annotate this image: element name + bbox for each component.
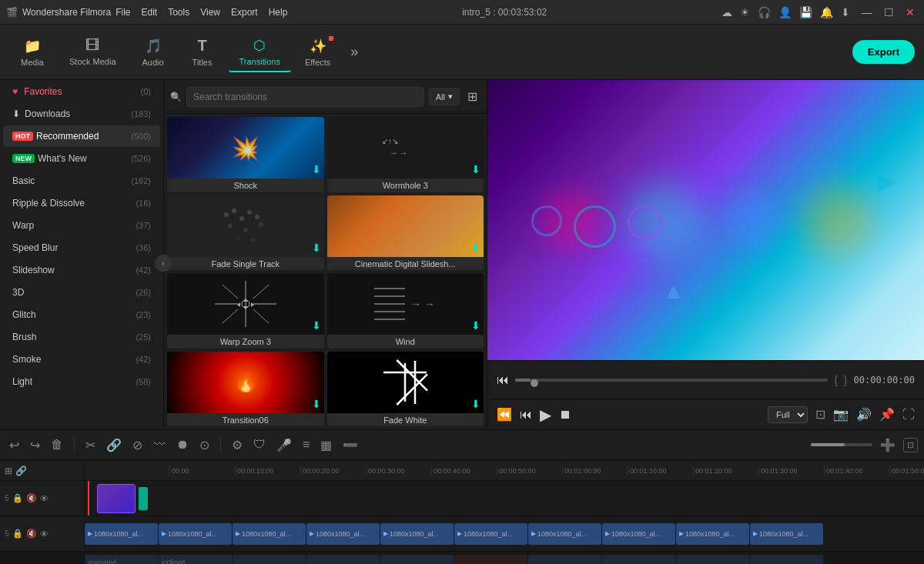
undo-button[interactable]: ↩ bbox=[6, 435, 22, 456]
sidebar-item-recommended[interactable]: HOT Recommended (500) bbox=[3, 125, 160, 147]
crop-preview-icon[interactable]: ⊡ bbox=[815, 407, 825, 422]
layout-icon[interactable]: ▦ bbox=[317, 435, 335, 456]
sidebar-item-smoke[interactable]: Smoke (42) bbox=[3, 349, 160, 370]
sidebar-item-3d[interactable]: 3D (26) bbox=[3, 282, 160, 303]
menu-export[interactable]: Export bbox=[231, 7, 258, 18]
sidebar-item-downloads[interactable]: ⬇ Downloads (183) bbox=[3, 103, 160, 125]
tab-media[interactable]: 📁 Media bbox=[9, 33, 55, 72]
split-button[interactable]: ⊘ bbox=[129, 435, 146, 456]
sun-icon[interactable]: ☀ bbox=[740, 6, 750, 18]
download-fade-icon[interactable]: ⬇ bbox=[312, 242, 321, 254]
sidebar-item-ripple[interactable]: Ripple & Dissolve (16) bbox=[3, 192, 160, 214]
sidebar-item-basic[interactable]: Basic (182) bbox=[3, 170, 160, 192]
transition-wind[interactable]: → → ⬇ Wind bbox=[327, 273, 484, 349]
clip-10[interactable]: 1080x1080_al... bbox=[750, 523, 823, 545]
upper-lock-icon[interactable]: 🔒 bbox=[12, 493, 23, 503]
zoom-slider[interactable] bbox=[811, 443, 872, 446]
sidebar-item-whats-new[interactable]: NEW What's New (526) bbox=[3, 148, 160, 169]
add-track-icon[interactable]: ⊞ bbox=[5, 466, 12, 476]
download-wind-icon[interactable]: ⬇ bbox=[471, 319, 480, 332]
menu-tools[interactable]: Tools bbox=[168, 7, 189, 18]
magnet-button[interactable]: 🔗 bbox=[103, 435, 125, 456]
person-icon[interactable]: 👤 bbox=[778, 6, 792, 18]
settings-icon[interactable]: ⚙ bbox=[229, 435, 246, 456]
step-back-button[interactable]: ⏮ bbox=[520, 408, 532, 422]
download-icon[interactable]: ⬇ bbox=[841, 6, 850, 18]
grid-view-button[interactable]: ⊞ bbox=[464, 86, 480, 107]
volume-icon[interactable]: 🔊 bbox=[856, 407, 872, 422]
clip-2[interactable]: 1080x1080_al... bbox=[159, 523, 232, 545]
sidebar-item-glitch[interactable]: Glitch (23) bbox=[3, 304, 160, 325]
transition-cinematic[interactable]: ⬇ Cinematic Digital Slidesh... bbox=[327, 195, 484, 271]
transition-06[interactable]: 🔥 ⬇ Transition06 bbox=[167, 352, 324, 427]
screenshot-icon[interactable]: 📷 bbox=[833, 407, 849, 422]
protect-icon[interactable]: 🛡 bbox=[250, 435, 269, 455]
adjust-icon[interactable]: ≡ bbox=[300, 435, 313, 455]
main-lock-icon[interactable]: 🔒 bbox=[12, 529, 23, 539]
panel-collapse-button[interactable]: ‹ bbox=[155, 255, 172, 272]
zoom-in-icon[interactable]: ➕ bbox=[877, 435, 899, 456]
cut-button[interactable]: ✂ bbox=[82, 435, 99, 456]
clip-7[interactable]: 1080x1080_al... bbox=[528, 523, 601, 545]
clip-1[interactable]: 1080x1080_al... bbox=[85, 523, 158, 545]
sidebar-item-speed-blur[interactable]: Speed Blur (36) bbox=[3, 237, 160, 259]
clip-3[interactable]: 1080x1080_al... bbox=[233, 523, 306, 545]
waveform-button[interactable]: 〰 bbox=[150, 435, 169, 455]
tab-effects[interactable]: ✨ Effects bbox=[294, 33, 341, 72]
download-shock-icon[interactable]: ⬇ bbox=[312, 163, 321, 175]
record-button[interactable]: ⏺ bbox=[173, 435, 192, 455]
tab-stock-media[interactable]: 🎞 Stock Media bbox=[59, 33, 127, 71]
zoom-out-icon[interactable]: ➖ bbox=[340, 435, 361, 456]
clip-9[interactable]: 1080x1080_al... bbox=[676, 523, 749, 545]
link-tracks-icon[interactable]: 🔗 bbox=[15, 466, 27, 476]
close-button[interactable]: ✕ bbox=[902, 6, 918, 18]
clip-6[interactable]: 1080x1080_al... bbox=[454, 523, 527, 545]
sidebar-item-brush[interactable]: Brush (25) bbox=[3, 326, 160, 348]
transition-warp-zoom3[interactable]: ⬇ Warp Zoom 3 bbox=[167, 273, 324, 349]
menu-edit[interactable]: Edit bbox=[142, 7, 158, 18]
clip-4[interactable]: 1080x1080_al... bbox=[306, 523, 380, 545]
filter-dropdown[interactable]: All ▾ bbox=[429, 88, 460, 105]
rewind-button[interactable]: ⏪ bbox=[497, 407, 512, 422]
search-input[interactable] bbox=[186, 87, 424, 107]
tab-audio[interactable]: 🎵 Audio bbox=[130, 33, 176, 72]
play-button[interactable]: ▶ bbox=[540, 405, 551, 424]
mic-icon[interactable]: 🎤 bbox=[273, 435, 295, 456]
upper-visibility-icon[interactable]: 👁 bbox=[40, 494, 49, 503]
transition-fade-white[interactable]: ⬇ Fade White bbox=[327, 352, 484, 427]
cloud-icon[interactable]: ☁ bbox=[721, 6, 732, 18]
notification-icon[interactable]: 🔔 bbox=[820, 6, 833, 18]
transition-shock[interactable]: 💥 ⬇ Shock bbox=[167, 117, 324, 192]
main-visibility-icon[interactable]: 👁 bbox=[40, 529, 49, 539]
history-button[interactable]: ⊙ bbox=[196, 435, 213, 456]
download-fade-white-icon[interactable]: ⬇ bbox=[471, 398, 480, 410]
delete-button[interactable]: 🗑 bbox=[48, 435, 66, 455]
fit-icon[interactable]: ⊡ bbox=[903, 438, 918, 452]
tab-titles[interactable]: T Titles bbox=[179, 32, 226, 72]
transition-marker-1[interactable] bbox=[139, 487, 148, 510]
download-wormhole-icon[interactable]: ⬇ bbox=[471, 163, 480, 175]
menu-file[interactable]: File bbox=[116, 7, 130, 18]
more-tools-button[interactable]: » bbox=[350, 44, 358, 60]
download-cinematic-icon[interactable]: ⬇ bbox=[471, 242, 480, 254]
fullscreen-icon[interactable]: ⛶ bbox=[902, 408, 915, 422]
add-to-timeline-icon[interactable]: 📌 bbox=[879, 407, 895, 422]
redo-button[interactable]: ↪ bbox=[27, 435, 43, 456]
transition-wormhole3[interactable]: ↙↑↘ → → ⬇ Wormhole 3 bbox=[327, 117, 484, 192]
tab-transitions[interactable]: ⬡ Transitions bbox=[229, 32, 291, 72]
sidebar-item-warp[interactable]: Warp (37) bbox=[3, 215, 160, 236]
sidebar-item-slideshow[interactable]: Slideshow (42) bbox=[3, 259, 160, 281]
download-warp-zoom-icon[interactable]: ⬇ bbox=[312, 319, 321, 332]
prev-frame-icon[interactable]: ⏮ bbox=[497, 373, 509, 387]
clip-8[interactable]: 1080x1080_al... bbox=[602, 523, 675, 545]
minimize-button[interactable]: — bbox=[859, 6, 875, 18]
timeline-scrubber[interactable] bbox=[515, 379, 828, 382]
export-button[interactable]: Export bbox=[852, 40, 915, 64]
sidebar-item-light[interactable]: Light (58) bbox=[3, 371, 160, 392]
sidebar-item-favorites[interactable]: Favorites (0) bbox=[3, 81, 160, 102]
main-mute-icon[interactable]: 🔇 bbox=[26, 529, 37, 539]
upper-mute-icon[interactable]: 🔇 bbox=[26, 493, 37, 503]
clip-5[interactable]: 1080x1080_al... bbox=[380, 523, 454, 545]
menu-view[interactable]: View bbox=[200, 7, 220, 18]
quality-select[interactable]: Full 1/2 1/4 bbox=[768, 406, 808, 423]
